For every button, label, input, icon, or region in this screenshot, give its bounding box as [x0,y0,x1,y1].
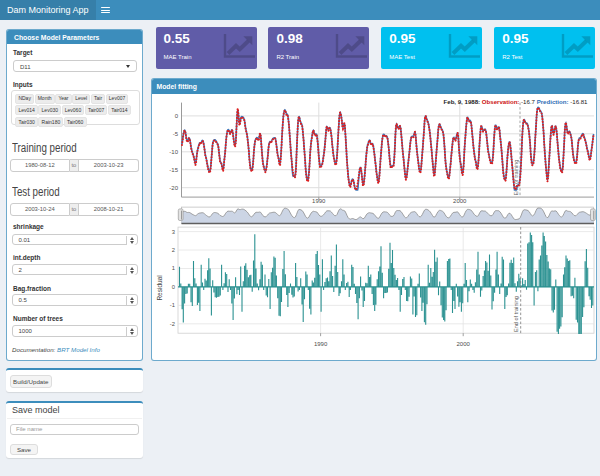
svg-text:Residual: Residual [156,275,163,301]
svg-text:1: 1 [172,266,175,272]
svg-text:0: 0 [172,284,175,290]
svg-text:-15: -15 [169,167,178,173]
svg-text:-1: -1 [170,303,175,309]
svg-text:2000: 2000 [457,341,471,347]
svg-text:-2: -2 [170,321,175,327]
svg-text:1990: 1990 [312,198,326,204]
svg-text:End of training: End of training [513,296,519,332]
svg-text:1990: 1990 [314,341,328,347]
svg-text:-10: -10 [169,149,178,155]
svg-text:Feb, 9, 1988: Observation: -16: Feb, 9, 1988: Observation: -16.7 Predict… [444,98,589,105]
svg-text:3: 3 [172,229,175,235]
svg-text:0: 0 [175,113,179,119]
svg-text:2: 2 [172,247,175,253]
svg-text:-20: -20 [169,185,178,191]
svg-text:2000: 2000 [453,198,467,204]
svg-text:-5: -5 [173,131,179,137]
